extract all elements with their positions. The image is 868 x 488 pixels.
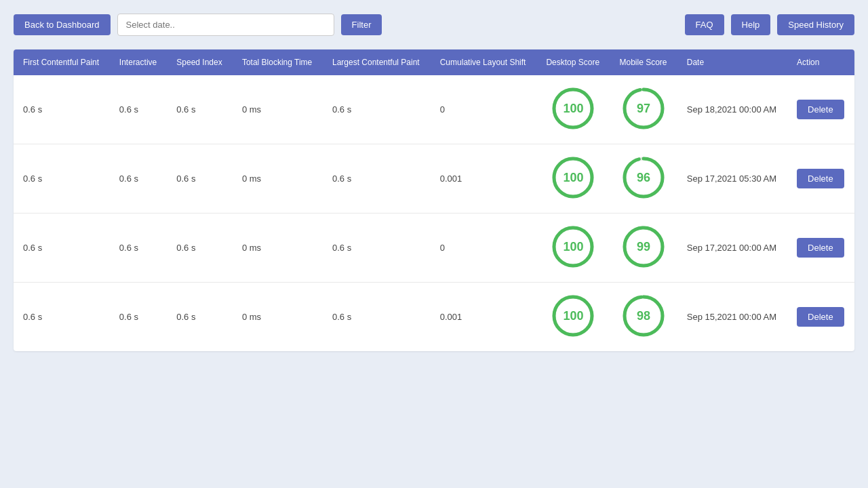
cell-action: Delete — [787, 75, 854, 144]
cell-tbt: 0 ms — [233, 75, 323, 144]
cell-action: Delete — [787, 144, 854, 214]
col-lcp: Largest Contentful Paint — [323, 49, 431, 75]
cell-action: Delete — [787, 283, 854, 352]
table-row: 0.6 s 0.6 s 0.6 s 0 ms 0.6 s 0.001 100 — [14, 144, 854, 214]
cell-desktop-score: 100 — [536, 214, 610, 283]
cell-action: Delete — [787, 214, 854, 283]
faq-button[interactable]: FAQ — [685, 14, 724, 35]
table-header-row: First Contentful Paint Interactive Speed… — [14, 49, 854, 75]
mobile-score-label: 98 — [637, 309, 650, 323]
mobile-score-circle: 99 — [620, 223, 667, 270]
desktop-score-circle: 100 — [549, 292, 597, 340]
speed-history-table: First Contentful Paint Interactive Speed… — [14, 49, 854, 351]
mobile-score-circle: 97 — [620, 85, 667, 132]
cell-mobile-score: 97 — [610, 75, 677, 144]
delete-button[interactable]: Delete — [797, 100, 844, 119]
delete-button[interactable]: Delete — [797, 238, 844, 258]
cell-fcp: 0.6 s — [14, 283, 110, 352]
cell-fcp: 0.6 s — [14, 214, 110, 283]
col-date: Date — [677, 49, 787, 75]
desktop-score-label: 100 — [563, 240, 583, 254]
cell-date: Sep 17,2021 05:30 AM — [677, 144, 787, 214]
cell-date: Sep 17,2021 00:00 AM — [677, 214, 787, 283]
col-cls: Cumulative Layout Shift — [431, 49, 537, 75]
date-input[interactable] — [117, 14, 334, 36]
cell-mobile-score: 98 — [610, 283, 677, 352]
cell-fcp: 0.6 s — [14, 75, 110, 144]
cell-fcp: 0.6 s — [14, 144, 110, 214]
col-interactive: Interactive — [110, 49, 167, 75]
col-action: Action — [787, 49, 854, 75]
desktop-score-circle: 100 — [549, 223, 597, 270]
top-bar: Back to Dashboard Filter FAQ Help Speed … — [14, 14, 854, 36]
col-speed-index: Speed Index — [167, 49, 233, 75]
cell-cls: 0 — [431, 75, 537, 144]
speed-history-table-container: First Contentful Paint Interactive Speed… — [14, 49, 854, 351]
desktop-score-circle: 100 — [549, 85, 597, 132]
mobile-score-circle: 98 — [620, 292, 667, 340]
help-button[interactable]: Help — [731, 14, 771, 35]
delete-button[interactable]: Delete — [797, 307, 844, 327]
table-row: 0.6 s 0.6 s 0.6 s 0 ms 0.6 s 0 100 — [14, 214, 854, 283]
mobile-score-label: 99 — [637, 240, 650, 254]
col-desktop-score: Desktop Score — [536, 49, 610, 75]
cell-speed-index: 0.6 s — [167, 144, 233, 214]
mobile-score-label: 96 — [637, 171, 650, 185]
cell-tbt: 0 ms — [233, 283, 323, 352]
cell-mobile-score: 99 — [610, 214, 677, 283]
cell-date: Sep 15,2021 00:00 AM — [677, 283, 787, 352]
cell-speed-index: 0.6 s — [167, 283, 233, 352]
mobile-score-label: 97 — [637, 102, 650, 116]
back-to-dashboard-button[interactable]: Back to Dashboard — [14, 14, 111, 35]
cell-lcp: 0.6 s — [323, 214, 431, 283]
speed-history-button[interactable]: Speed History — [777, 14, 854, 35]
cell-mobile-score: 96 — [610, 144, 677, 214]
cell-cls: 0.001 — [431, 144, 537, 214]
col-tbt: Total Blocking Time — [233, 49, 323, 75]
cell-interactive: 0.6 s — [110, 214, 167, 283]
col-fcp: First Contentful Paint — [14, 49, 110, 75]
table-row: 0.6 s 0.6 s 0.6 s 0 ms 0.6 s 0 100 — [14, 75, 854, 144]
cell-cls: 0 — [431, 214, 537, 283]
cell-desktop-score: 100 — [536, 75, 610, 144]
cell-date: Sep 18,2021 00:00 AM — [677, 75, 787, 144]
cell-lcp: 0.6 s — [323, 283, 431, 352]
desktop-score-circle: 100 — [549, 154, 597, 201]
cell-interactive: 0.6 s — [110, 283, 167, 352]
top-bar-left: Back to Dashboard Filter — [14, 14, 382, 36]
desktop-score-label: 100 — [563, 102, 583, 116]
cell-lcp: 0.6 s — [323, 75, 431, 144]
cell-speed-index: 0.6 s — [167, 75, 233, 144]
cell-interactive: 0.6 s — [110, 75, 167, 144]
desktop-score-label: 100 — [563, 171, 583, 185]
cell-desktop-score: 100 — [536, 144, 610, 214]
mobile-score-circle: 96 — [620, 154, 667, 201]
cell-speed-index: 0.6 s — [167, 214, 233, 283]
cell-lcp: 0.6 s — [323, 144, 431, 214]
cell-tbt: 0 ms — [233, 214, 323, 283]
desktop-score-label: 100 — [563, 309, 583, 323]
cell-interactive: 0.6 s — [110, 144, 167, 214]
table-row: 0.6 s 0.6 s 0.6 s 0 ms 0.6 s 0.001 100 — [14, 283, 854, 352]
cell-tbt: 0 ms — [233, 144, 323, 214]
top-bar-right: FAQ Help Speed History — [685, 14, 854, 35]
filter-button[interactable]: Filter — [341, 14, 382, 35]
delete-button[interactable]: Delete — [797, 169, 844, 188]
cell-cls: 0.001 — [431, 283, 537, 352]
cell-desktop-score: 100 — [536, 283, 610, 352]
col-mobile-score: Mobile Score — [610, 49, 677, 75]
